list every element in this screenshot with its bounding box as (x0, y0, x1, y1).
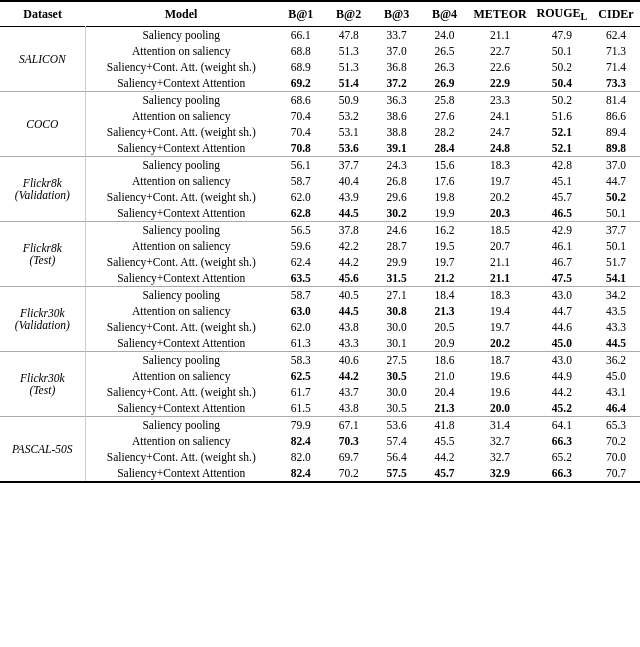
cell-b2: 40.4 (325, 173, 373, 189)
cell-b2: 44.5 (325, 205, 373, 222)
model-cell: Saliency+Context Attention (85, 205, 277, 222)
cell-b2: 70.3 (325, 433, 373, 449)
cell-meteor: 18.3 (468, 287, 531, 304)
cell-rouge: 45.2 (532, 400, 592, 417)
cell-cider: 46.4 (592, 400, 640, 417)
header-b4: B@4 (421, 1, 469, 27)
cell-cider: 37.0 (592, 157, 640, 174)
cell-b3: 30.2 (373, 205, 421, 222)
cell-b3: 28.7 (373, 238, 421, 254)
header-b2: B@2 (325, 1, 373, 27)
cell-cider: 43.1 (592, 384, 640, 400)
cell-rouge: 44.7 (532, 303, 592, 319)
cell-b4: 26.5 (421, 43, 469, 59)
cell-b1: 62.5 (277, 368, 325, 384)
cell-b2: 67.1 (325, 417, 373, 434)
model-cell: Saliency pooling (85, 92, 277, 109)
model-cell: Saliency+Context Attention (85, 335, 277, 352)
cell-cider: 86.6 (592, 108, 640, 124)
cell-b2: 43.8 (325, 400, 373, 417)
table-header-row: Dataset Model B@1 B@2 B@3 B@4 METEOR ROU… (0, 1, 640, 27)
cell-b1: 62.8 (277, 205, 325, 222)
cell-b2: 37.8 (325, 222, 373, 239)
cell-b1: 70.4 (277, 124, 325, 140)
cell-rouge: 46.7 (532, 254, 592, 270)
cell-b4: 21.2 (421, 270, 469, 287)
cell-b3: 30.5 (373, 400, 421, 417)
cell-meteor: 23.3 (468, 92, 531, 109)
cell-meteor: 20.7 (468, 238, 531, 254)
cell-b4: 18.6 (421, 352, 469, 369)
cell-b4: 20.9 (421, 335, 469, 352)
cell-cider: 81.4 (592, 92, 640, 109)
cell-b3: 38.6 (373, 108, 421, 124)
table-row: Saliency+Context Attention82.470.257.545… (0, 465, 640, 482)
table-row: Saliency+Context Attention63.545.631.521… (0, 270, 640, 287)
cell-meteor: 24.8 (468, 140, 531, 157)
table-row: Attention on saliency62.544.230.521.019.… (0, 368, 640, 384)
model-cell: Attention on saliency (85, 173, 277, 189)
cell-rouge: 45.7 (532, 189, 592, 205)
cell-cider: 44.5 (592, 335, 640, 352)
table-row: Saliency+Cont. Att. (weight sh.)70.453.1… (0, 124, 640, 140)
cell-meteor: 24.7 (468, 124, 531, 140)
cell-b1: 58.3 (277, 352, 325, 369)
cell-b1: 63.5 (277, 270, 325, 287)
cell-b2: 44.2 (325, 254, 373, 270)
cell-meteor: 22.9 (468, 75, 531, 92)
cell-b3: 56.4 (373, 449, 421, 465)
cell-rouge: 42.9 (532, 222, 592, 239)
cell-b4: 28.2 (421, 124, 469, 140)
cell-b4: 24.0 (421, 27, 469, 44)
model-cell: Saliency pooling (85, 157, 277, 174)
cell-b4: 41.8 (421, 417, 469, 434)
cell-meteor: 19.7 (468, 173, 531, 189)
cell-rouge: 47.5 (532, 270, 592, 287)
cell-b2: 53.1 (325, 124, 373, 140)
cell-b3: 27.5 (373, 352, 421, 369)
table-row: Saliency+Context Attention61.343.330.120… (0, 335, 640, 352)
table-row: Flickr8k(Test)Saliency pooling56.537.824… (0, 222, 640, 239)
cell-rouge: 52.1 (532, 124, 592, 140)
cell-b4: 17.6 (421, 173, 469, 189)
cell-rouge: 66.3 (532, 465, 592, 482)
cell-cider: 89.4 (592, 124, 640, 140)
cell-cider: 51.7 (592, 254, 640, 270)
cell-b3: 30.8 (373, 303, 421, 319)
cell-meteor: 21.1 (468, 27, 531, 44)
cell-rouge: 44.9 (532, 368, 592, 384)
cell-rouge: 43.0 (532, 287, 592, 304)
cell-b1: 62.0 (277, 319, 325, 335)
cell-b1: 58.7 (277, 287, 325, 304)
cell-meteor: 18.5 (468, 222, 531, 239)
dataset-cell: PASCAL-50S (0, 417, 85, 483)
model-cell: Attention on saliency (85, 238, 277, 254)
cell-b2: 43.9 (325, 189, 373, 205)
model-cell: Attention on saliency (85, 43, 277, 59)
cell-b2: 43.3 (325, 335, 373, 352)
cell-b1: 62.0 (277, 189, 325, 205)
cell-meteor: 20.0 (468, 400, 531, 417)
header-rouge: ROUGEL (532, 1, 592, 27)
cell-b4: 21.0 (421, 368, 469, 384)
dataset-cell: Flickr8k(Test) (0, 222, 85, 287)
cell-b3: 24.3 (373, 157, 421, 174)
model-cell: Attention on saliency (85, 433, 277, 449)
cell-cider: 37.7 (592, 222, 640, 239)
cell-rouge: 50.2 (532, 92, 592, 109)
results-table: Dataset Model B@1 B@2 B@3 B@4 METEOR ROU… (0, 0, 640, 483)
cell-b4: 19.5 (421, 238, 469, 254)
cell-meteor: 32.7 (468, 433, 531, 449)
cell-b1: 69.2 (277, 75, 325, 92)
cell-b4: 26.3 (421, 59, 469, 75)
cell-cider: 71.3 (592, 43, 640, 59)
cell-b2: 50.9 (325, 92, 373, 109)
dataset-cell: SALICON (0, 27, 85, 92)
cell-b4: 45.5 (421, 433, 469, 449)
cell-b2: 70.2 (325, 465, 373, 482)
cell-cider: 54.1 (592, 270, 640, 287)
cell-b1: 68.8 (277, 43, 325, 59)
table-row: Attention on saliency70.453.238.627.624.… (0, 108, 640, 124)
table-row: Saliency+Cont. Att. (weight sh.)82.069.7… (0, 449, 640, 465)
cell-cider: 43.3 (592, 319, 640, 335)
